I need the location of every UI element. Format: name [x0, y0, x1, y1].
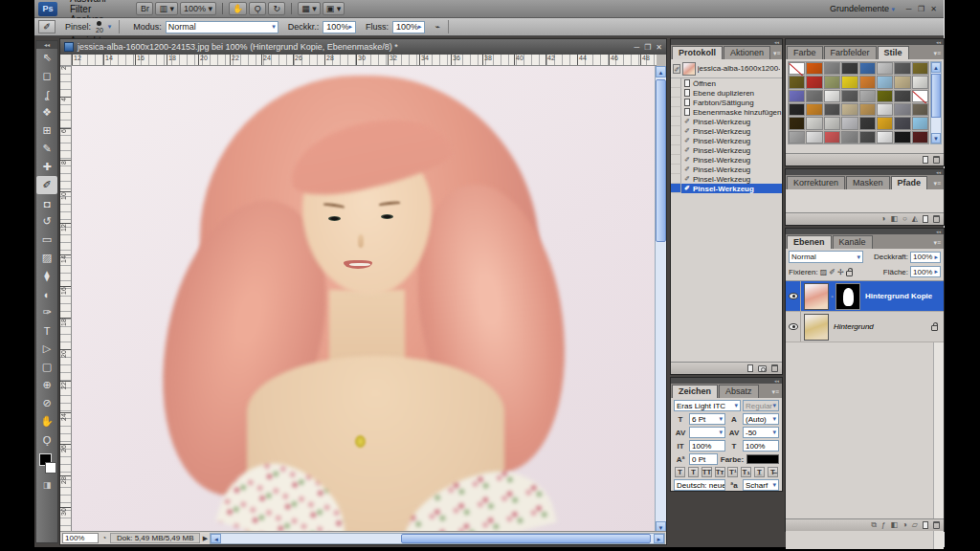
- style-swatch[interactable]: [806, 90, 822, 102]
- style-swatch[interactable]: [894, 62, 910, 75]
- delete-icon[interactable]: [771, 364, 778, 372]
- minimize-icon[interactable]: ─: [902, 5, 915, 13]
- layers-tab-ebenen[interactable]: Ebenen: [787, 235, 832, 249]
- 3d-orbit-tool[interactable]: ⊘: [36, 394, 57, 412]
- style-swatch[interactable]: [894, 117, 910, 129]
- history-tab-protokoll[interactable]: Protokoll: [672, 46, 723, 59]
- history-source-checkbox[interactable]: [671, 174, 681, 184]
- text-style-button-6[interactable]: T̲: [754, 467, 765, 477]
- maximize-icon[interactable]: ❐: [644, 43, 651, 52]
- character-tab-zeichen[interactable]: Zeichen: [672, 385, 718, 398]
- text-style-button-2[interactable]: TT: [702, 467, 712, 477]
- folder-icon[interactable]: ▱: [912, 521, 918, 529]
- mask-icon[interactable]: ◧: [890, 521, 898, 529]
- history-source-checkbox[interactable]: [671, 78, 681, 88]
- history-source-checkbox[interactable]: [671, 155, 681, 165]
- close-icon[interactable]: ✕: [656, 43, 662, 52]
- scroll-up-button[interactable]: ▲: [931, 62, 941, 73]
- style-swatch[interactable]: [824, 131, 840, 143]
- layer-mask-thumbnail[interactable]: [835, 283, 860, 310]
- style-swatch[interactable]: [877, 131, 893, 143]
- toolbox-collapse-icon[interactable]: ◂◂: [36, 41, 57, 49]
- canvas-portrait-photo[interactable]: [72, 66, 657, 533]
- history-source-checkbox[interactable]: [671, 117, 681, 126]
- zoom-level-input[interactable]: 100%: [62, 533, 99, 543]
- panel-menu-icon[interactable]: ▾≡: [930, 50, 944, 59]
- style-swatch[interactable]: [894, 76, 910, 88]
- history-source-checkbox[interactable]: [671, 145, 681, 155]
- layer-opacity-input[interactable]: 100% ▸: [910, 252, 941, 263]
- paths-tab-korrekturen[interactable]: Korrekturen: [787, 176, 845, 189]
- font-size-input[interactable]: 6 Pt ▾: [689, 413, 725, 425]
- paths-tab-masken[interactable]: Masken: [846, 176, 890, 189]
- history-entry[interactable]: ✐Pinsel-Werkzeug: [671, 145, 782, 155]
- leading-input[interactable]: (Auto) ▾: [743, 413, 779, 425]
- text-style-button-0[interactable]: T: [675, 467, 685, 477]
- brush-tool[interactable]: ✐: [36, 176, 57, 194]
- text-style-button-4[interactable]: T¹: [727, 467, 738, 477]
- styles-tab-stile[interactable]: Stile: [878, 46, 909, 59]
- arrange-documents-icon[interactable]: ▦ ▾: [298, 2, 321, 15]
- style-swatch[interactable]: [877, 117, 893, 129]
- quick-mask-button[interactable]: ◨: [36, 480, 57, 490]
- style-swatch[interactable]: [789, 117, 805, 129]
- style-swatch[interactable]: [877, 90, 893, 102]
- dodge-tool[interactable]: ◐: [36, 285, 57, 303]
- style-swatch[interactable]: [859, 76, 876, 88]
- style-swatch[interactable]: [894, 103, 910, 116]
- document-title-bar[interactable]: jessica-alba-1600x1200-24153.jpg bei 100…: [60, 39, 666, 55]
- style-swatch[interactable]: [877, 62, 893, 75]
- style-swatch[interactable]: [841, 103, 858, 116]
- style-swatch[interactable]: [841, 117, 858, 129]
- style-swatch[interactable]: [824, 117, 840, 129]
- status-flyout-icon[interactable]: ▶: [200, 535, 210, 542]
- zoom-tool[interactable]: Ǫ: [36, 430, 57, 449]
- pen-tool[interactable]: ✑: [36, 303, 57, 321]
- minimize-icon[interactable]: ─: [634, 43, 639, 52]
- kerning-input[interactable]: ▾: [689, 427, 725, 438]
- history-source-checkbox[interactable]: [671, 107, 681, 117]
- layer-row[interactable]: Hintergrund: [786, 312, 944, 342]
- scroll-up-button[interactable]: ▲: [656, 66, 666, 77]
- blend-mode-select[interactable]: Normal ▾: [166, 21, 278, 33]
- quick-selection-tool[interactable]: ❖: [36, 103, 57, 121]
- style-swatch[interactable]: [824, 76, 840, 88]
- style-swatch[interactable]: [912, 62, 928, 75]
- style-swatch[interactable]: [859, 117, 876, 129]
- panel-menu-icon[interactable]: ▾≡: [930, 239, 944, 249]
- layer-fill-input[interactable]: 100% ▸: [910, 266, 941, 277]
- history-source-checkbox[interactable]: [671, 184, 681, 193]
- lasso-tool[interactable]: ʆ: [36, 85, 57, 103]
- style-swatch[interactable]: [859, 90, 876, 102]
- clone-stamp-tool[interactable]: ◘: [36, 194, 57, 212]
- shape-tool[interactable]: ▢: [36, 358, 57, 376]
- style-swatch[interactable]: [824, 103, 840, 116]
- style-swatch[interactable]: [789, 131, 805, 143]
- style-swatch[interactable]: [789, 103, 805, 116]
- styles-tab-farbfelder[interactable]: Farbfelder: [824, 46, 877, 59]
- zoom-level-dropdown[interactable]: 100% ▾: [180, 2, 216, 15]
- style-swatch[interactable]: [912, 90, 928, 102]
- layer-visibility-toggle[interactable]: [786, 281, 801, 311]
- history-source-checkbox[interactable]: [671, 88, 681, 98]
- eraser-tool[interactable]: ▭: [36, 231, 57, 249]
- panel-menu-icon[interactable]: ▾≡: [770, 50, 784, 59]
- style-swatch[interactable]: [841, 131, 858, 143]
- style-swatch[interactable]: [877, 76, 893, 88]
- gradient-tool[interactable]: ▨: [36, 249, 57, 267]
- styles-scrollbar[interactable]: ▲ ▼: [930, 61, 942, 144]
- antialias-select[interactable]: Scharf ▾: [743, 479, 779, 491]
- type-tool[interactable]: T: [36, 321, 57, 340]
- history-entry[interactable]: ✐Pinsel-Werkzeug: [671, 174, 782, 184]
- crop-tool[interactable]: ⊞: [36, 121, 57, 140]
- screen-mode-icon[interactable]: ▣ ▾: [323, 2, 345, 15]
- brush-preset-picker[interactable]: 20: [96, 21, 103, 33]
- history-entry[interactable]: ✐Pinsel-Werkzeug: [671, 155, 782, 165]
- style-swatch[interactable]: [894, 131, 910, 143]
- style-swatch[interactable]: [806, 62, 822, 75]
- baseline-input[interactable]: 0 Pt: [689, 453, 718, 465]
- tracking-input[interactable]: -50 ▾: [743, 427, 779, 438]
- history-entry[interactable]: ✐Pinsel-Werkzeug: [671, 117, 782, 126]
- eyedropper-tool[interactable]: ✎: [36, 140, 57, 158]
- ring-icon[interactable]: ○: [902, 215, 907, 223]
